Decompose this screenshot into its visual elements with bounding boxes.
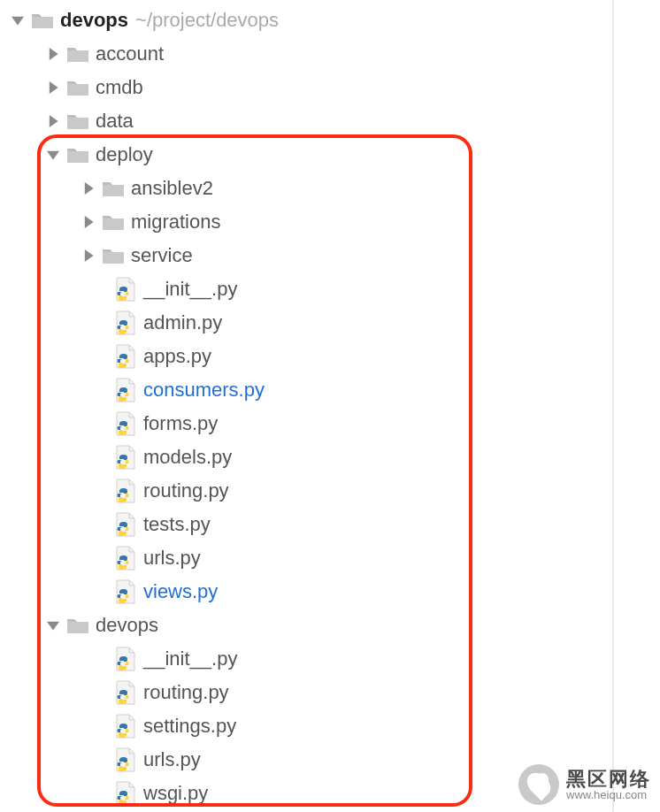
folder-icon bbox=[101, 247, 126, 264]
folder-icon bbox=[65, 112, 90, 130]
tree-row-file[interactable]: __init__.py bbox=[9, 642, 660, 676]
svg-marker-6 bbox=[85, 216, 94, 228]
file-label: models.py bbox=[143, 448, 232, 467]
chevron-right-icon[interactable] bbox=[80, 213, 97, 231]
folder-label: service bbox=[131, 246, 193, 265]
file-label: tests.py bbox=[143, 515, 211, 534]
folder-path: ~/project/devops bbox=[135, 11, 279, 30]
chevron-down-icon[interactable] bbox=[9, 11, 27, 29]
chevron-down-icon[interactable] bbox=[44, 146, 62, 164]
folder-icon bbox=[65, 79, 90, 96]
tree-row-folder[interactable]: account bbox=[9, 37, 660, 71]
svg-marker-1 bbox=[50, 48, 58, 60]
tree-row-file[interactable]: consumers.py bbox=[9, 373, 660, 407]
python-file-icon bbox=[113, 579, 138, 604]
svg-marker-8 bbox=[47, 622, 59, 631]
chevron-right-icon[interactable] bbox=[80, 180, 97, 197]
tree-row-folder-expanded[interactable]: deploy bbox=[9, 138, 660, 172]
folder-icon bbox=[101, 180, 126, 197]
folder-label: devops bbox=[96, 616, 158, 635]
folder-label: deploy bbox=[96, 145, 153, 165]
tree-row-folder[interactable]: data bbox=[9, 104, 660, 138]
python-file-icon bbox=[113, 714, 138, 739]
python-file-icon bbox=[113, 445, 138, 470]
file-label: __init__.py bbox=[143, 280, 237, 299]
python-file-icon bbox=[113, 344, 138, 369]
tree-row-file[interactable]: forms.py bbox=[9, 407, 660, 440]
folder-label: devops bbox=[60, 11, 128, 30]
folder-label: account bbox=[96, 44, 164, 64]
file-label: urls.py bbox=[143, 750, 201, 770]
file-label: wsgi.py bbox=[143, 784, 208, 803]
python-file-icon bbox=[113, 747, 138, 772]
file-label: settings.py bbox=[143, 716, 236, 736]
tree-row-folder[interactable]: migrations bbox=[9, 205, 660, 239]
file-label: views.py bbox=[143, 582, 218, 601]
tree-row-file[interactable]: routing.py bbox=[9, 676, 660, 709]
watermark-badge-icon bbox=[518, 764, 559, 805]
file-label: urls.py bbox=[143, 548, 201, 568]
folder-label: cmdb bbox=[96, 78, 143, 97]
file-label: routing.py bbox=[143, 683, 229, 702]
watermark-title: 黑区网络 bbox=[566, 770, 651, 789]
python-file-icon bbox=[113, 411, 138, 436]
python-file-icon bbox=[113, 479, 138, 503]
file-label: routing.py bbox=[143, 481, 229, 501]
tree-row-file[interactable]: models.py bbox=[9, 440, 660, 474]
tree-row-folder[interactable]: service bbox=[9, 239, 660, 272]
chevron-down-icon[interactable] bbox=[44, 617, 62, 634]
python-file-icon bbox=[113, 512, 138, 537]
file-label: __init__.py bbox=[143, 649, 237, 669]
file-label: admin.py bbox=[143, 313, 222, 333]
watermark: 黑区网络 www.heiqu.com bbox=[518, 764, 651, 805]
divider-line bbox=[612, 0, 614, 812]
tree-row-file[interactable]: tests.py bbox=[9, 508, 660, 541]
tree-row-file[interactable]: settings.py bbox=[9, 709, 660, 743]
svg-marker-3 bbox=[50, 115, 58, 127]
chevron-right-icon[interactable] bbox=[44, 45, 62, 63]
folder-icon bbox=[101, 213, 126, 231]
tree-row-file[interactable]: __init__.py bbox=[9, 272, 660, 306]
svg-marker-2 bbox=[50, 81, 58, 94]
chevron-right-icon[interactable] bbox=[44, 79, 62, 96]
python-file-icon bbox=[113, 546, 138, 571]
file-tree: devops ~/project/devops account cmdb dat… bbox=[0, 0, 660, 810]
tree-row-file[interactable]: apps.py bbox=[9, 340, 660, 373]
python-file-icon bbox=[113, 378, 138, 402]
chevron-right-icon[interactable] bbox=[80, 247, 97, 264]
folder-icon bbox=[65, 146, 90, 164]
folder-icon bbox=[65, 45, 90, 63]
svg-marker-5 bbox=[85, 182, 94, 195]
tree-row-file[interactable]: urls.py bbox=[9, 541, 660, 575]
tree-row-root[interactable]: devops ~/project/devops bbox=[9, 4, 660, 37]
tree-row-folder-expanded[interactable]: devops bbox=[9, 609, 660, 642]
tree-row-folder[interactable]: cmdb bbox=[9, 71, 660, 104]
svg-marker-7 bbox=[85, 249, 94, 262]
python-file-icon bbox=[113, 647, 138, 671]
tree-row-file[interactable]: routing.py bbox=[9, 474, 660, 508]
folder-icon bbox=[30, 11, 55, 29]
python-file-icon bbox=[113, 310, 138, 335]
folder-label: ansiblev2 bbox=[131, 179, 213, 198]
folder-label: migrations bbox=[131, 212, 220, 232]
folder-icon bbox=[65, 617, 90, 634]
tree-row-file[interactable]: admin.py bbox=[9, 306, 660, 340]
svg-marker-0 bbox=[12, 17, 24, 26]
tree-row-file[interactable]: views.py bbox=[9, 575, 660, 609]
file-label: apps.py bbox=[143, 347, 211, 366]
python-file-icon bbox=[113, 277, 138, 302]
python-file-icon bbox=[113, 680, 138, 705]
python-file-icon bbox=[113, 781, 138, 806]
folder-label: data bbox=[96, 111, 134, 131]
svg-marker-4 bbox=[47, 151, 59, 160]
file-label: forms.py bbox=[143, 414, 218, 433]
file-label: consumers.py bbox=[143, 380, 265, 400]
chevron-right-icon[interactable] bbox=[44, 112, 62, 130]
tree-row-folder[interactable]: ansiblev2 bbox=[9, 172, 660, 205]
watermark-url: www.heiqu.com bbox=[566, 789, 651, 801]
